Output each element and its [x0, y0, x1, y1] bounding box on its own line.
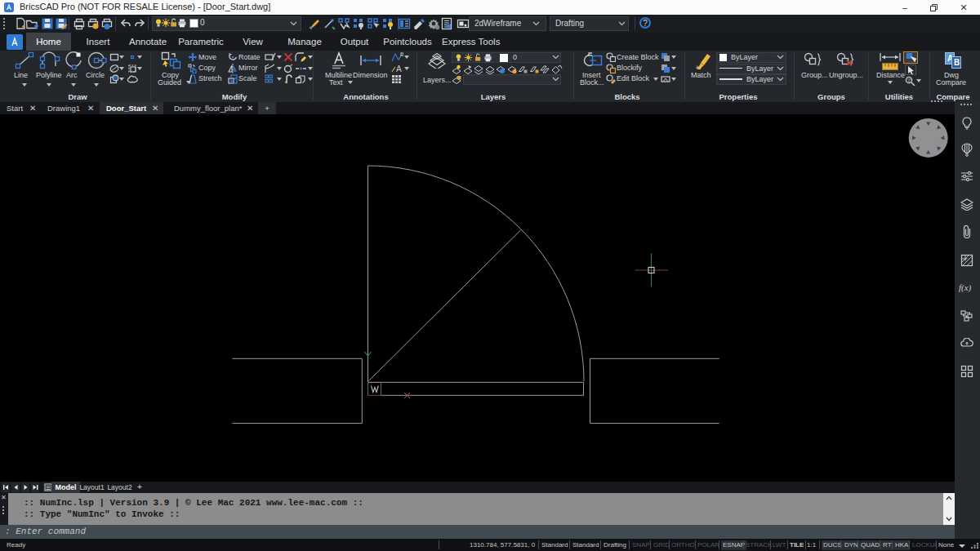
svg-text:A: A: [396, 64, 402, 73]
svg-text:B: B: [954, 58, 960, 67]
